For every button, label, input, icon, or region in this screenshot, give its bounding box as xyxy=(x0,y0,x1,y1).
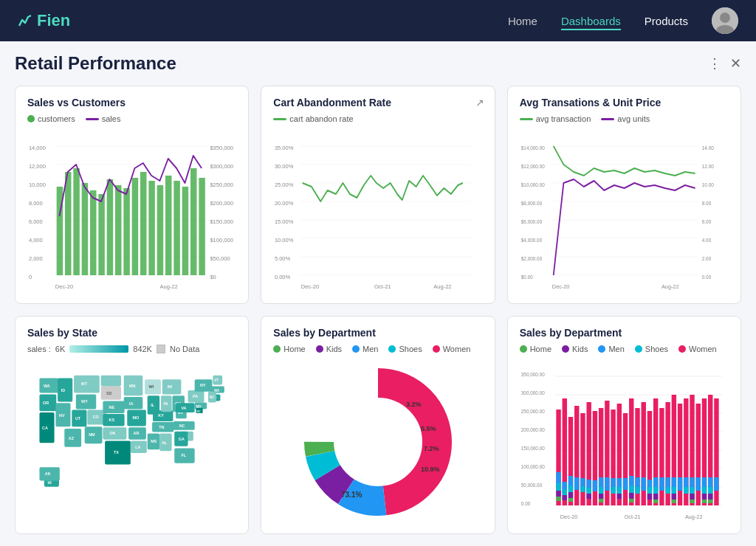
svg-text:5.5%: 5.5% xyxy=(421,425,436,432)
svg-text:AZ: AZ xyxy=(69,436,75,440)
map-sales-label: sales : xyxy=(27,345,51,353)
legend-cart-abandon: cart abandon rate xyxy=(273,114,353,123)
svg-rect-37 xyxy=(123,188,129,275)
svg-text:$50,000: $50,000 xyxy=(210,255,230,262)
donut-svg: 3.2% 5.5% 7.2% 10.9% 73.1% xyxy=(297,361,459,523)
svg-text:NC: NC xyxy=(179,424,185,428)
page-header: Retail Performance ⋮ ✕ xyxy=(15,53,741,74)
svg-text:$12,000.00: $12,000.00 xyxy=(520,164,544,169)
svg-text:50,000.00: 50,000.00 xyxy=(520,483,542,488)
svg-text:14.00: 14.00 xyxy=(701,145,713,151)
svg-text:NY: NY xyxy=(200,383,206,387)
svg-text:7.2%: 7.2% xyxy=(424,445,439,452)
svg-text:$150,000: $150,000 xyxy=(210,218,233,225)
logo-icon xyxy=(18,13,34,29)
page-title: Retail Performance xyxy=(15,53,176,74)
svg-rect-283 xyxy=(671,494,676,500)
legend-home: Home xyxy=(273,345,305,353)
sales-dept-bar-legend: Home Kids Men Shoes Women xyxy=(520,345,729,353)
sales-by-dept-donut-card: Sales by Department Home Kids Men Shoes … xyxy=(261,316,495,534)
svg-text:250,000.00: 250,000.00 xyxy=(520,409,544,414)
sales-customers-chart: 14,000 12,000 10,000 8,000 6,000 4,000 2… xyxy=(27,128,236,293)
legend-kids: Kids xyxy=(316,345,342,353)
svg-rect-31 xyxy=(73,168,79,275)
svg-text:DC: DC xyxy=(196,410,201,413)
svg-text:NE: NE xyxy=(109,405,115,410)
svg-text:WI: WI xyxy=(149,384,154,389)
svg-rect-286 xyxy=(678,477,682,491)
svg-text:$6,000.00: $6,000.00 xyxy=(520,219,542,224)
svg-text:0: 0 xyxy=(29,274,32,280)
svg-rect-30 xyxy=(65,172,71,275)
legend-customers: customers xyxy=(27,114,75,123)
map-min-label: 6K xyxy=(55,345,65,353)
svg-text:30.00%: 30.00% xyxy=(275,163,294,170)
legend-avg-units: avg units xyxy=(601,114,650,123)
svg-text:4.00: 4.00 xyxy=(701,238,711,243)
nav-dashboards[interactable]: Dashboards xyxy=(561,12,621,30)
nav-products[interactable]: Products xyxy=(645,12,688,30)
avatar[interactable] xyxy=(712,7,738,34)
svg-rect-237 xyxy=(586,494,591,499)
sales-customers-legend: customers sales xyxy=(27,114,236,123)
svg-text:Dec-20: Dec-20 xyxy=(560,514,577,520)
sales-line-icon xyxy=(86,118,99,120)
legend-men: Men xyxy=(352,345,378,353)
svg-text:MT: MT xyxy=(81,381,88,386)
svg-text:CO: CO xyxy=(93,415,100,419)
avatar-icon xyxy=(712,7,738,34)
svg-rect-304 xyxy=(708,487,712,494)
svg-text:150,000.00: 150,000.00 xyxy=(520,446,544,451)
avg-units-line-icon xyxy=(601,118,614,120)
nav-home[interactable]: Home xyxy=(508,12,537,30)
svg-rect-242 xyxy=(599,487,603,494)
svg-rect-127 xyxy=(124,397,143,409)
donut-chart-container: 3.2% 5.5% 7.2% 10.9% 73.1% xyxy=(273,358,482,523)
svg-text:$4,000.00: $4,000.00 xyxy=(520,238,542,243)
svg-point-190 xyxy=(335,399,421,485)
svg-text:$14,000.00: $14,000.00 xyxy=(520,145,544,151)
svg-rect-292 xyxy=(690,487,694,494)
svg-text:Dec-20: Dec-20 xyxy=(552,283,570,290)
close-icon[interactable]: ✕ xyxy=(730,55,741,72)
svg-text:HI: HI xyxy=(47,480,52,485)
svg-text:$0.00: $0.00 xyxy=(520,274,532,280)
svg-rect-305 xyxy=(708,494,712,500)
svg-rect-275 xyxy=(659,408,664,505)
map-gradient-bar xyxy=(69,345,128,353)
header: Fien Home Dashboards Products xyxy=(0,0,756,41)
svg-rect-293 xyxy=(690,494,694,500)
svg-text:0.00%: 0.00% xyxy=(275,274,290,280)
svg-rect-273 xyxy=(653,494,658,500)
svg-text:PA: PA xyxy=(193,394,198,398)
svg-text:MO: MO xyxy=(133,415,140,420)
expand-icon[interactable]: ↗ xyxy=(475,97,484,108)
svg-rect-35 xyxy=(107,179,113,275)
more-icon[interactable]: ⋮ xyxy=(708,55,721,72)
svg-text:6,000: 6,000 xyxy=(29,218,44,225)
svg-text:15.00%: 15.00% xyxy=(275,218,294,225)
svg-text:TN: TN xyxy=(159,425,164,429)
svg-text:10.00: 10.00 xyxy=(701,182,713,187)
svg-text:FL: FL xyxy=(181,453,186,457)
svg-rect-36 xyxy=(115,185,121,275)
svg-rect-289 xyxy=(684,487,688,494)
svg-text:0.00: 0.00 xyxy=(701,274,711,280)
svg-text:35.00%: 35.00% xyxy=(275,145,294,151)
svg-rect-258 xyxy=(629,485,633,493)
bar-legend-home: Home xyxy=(520,345,551,353)
avg-transactions-chart: $14,000.00 $12,000.00 $10,000.00 $8,000.… xyxy=(520,128,729,293)
svg-rect-229 xyxy=(574,406,579,505)
svg-text:12,000: 12,000 xyxy=(29,163,47,170)
svg-text:KS: KS xyxy=(109,418,115,422)
svg-rect-45 xyxy=(190,168,196,275)
sales-label: sales xyxy=(102,114,121,123)
sales-dept-bar-chart: 350,000.00 300,000.00 250,000.00 200,000… xyxy=(520,358,729,523)
svg-text:25.00%: 25.00% xyxy=(275,182,294,188)
svg-rect-41 xyxy=(157,185,163,275)
svg-text:OR: OR xyxy=(43,401,49,405)
svg-rect-301 xyxy=(701,500,706,503)
customers-label: customers xyxy=(38,114,75,123)
legend-women: Women xyxy=(433,345,471,353)
svg-text:NJ: NJ xyxy=(210,395,214,399)
